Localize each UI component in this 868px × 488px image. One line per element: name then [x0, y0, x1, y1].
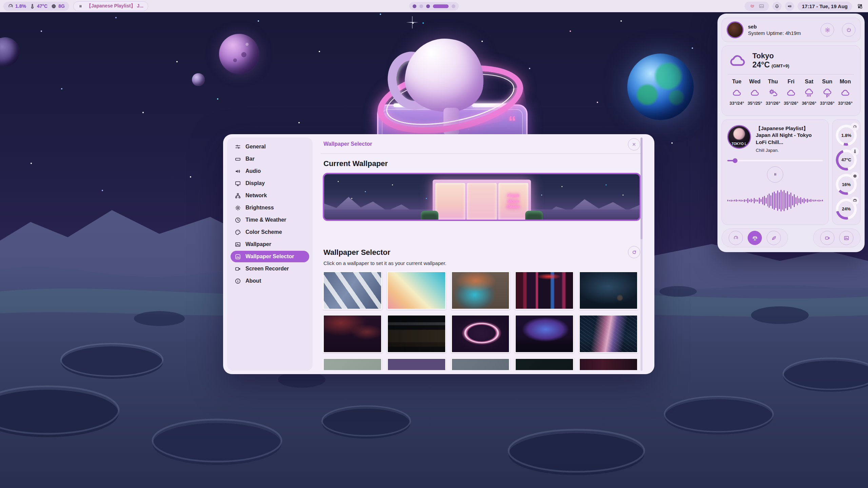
workspace-dot-3[interactable]: [426, 4, 430, 8]
system-stat: 47°C: [29, 3, 47, 9]
settings-sidebar: GeneralBarAudioDisplayNetworkBrightnessT…: [227, 138, 313, 371]
album-art: TOKYO L: [727, 125, 751, 149]
quote-mark: “: [508, 114, 516, 129]
sidebar-item-bar[interactable]: Bar: [231, 153, 309, 165]
gauge-icon: [853, 125, 857, 129]
sidebar-item-wallpaper[interactable]: Wallpaper: [231, 239, 309, 250]
play-pause-button[interactable]: [767, 166, 783, 183]
monitor-icon: [235, 180, 241, 187]
wallpaper-thumbnail-snowy-night-village[interactable]: [579, 271, 638, 310]
forecast-day-sun: Sun33°/26°: [818, 79, 836, 106]
media-title: 【Japanese Playlist】 J...: [86, 3, 143, 9]
system-stat: 1.8%: [8, 3, 26, 9]
wallpaper-thumbnail-anime-street-crossing[interactable]: [323, 271, 382, 310]
wallpaper-grid: [323, 271, 638, 370]
wallpaper-thumbnail-maroon-haze[interactable]: [579, 358, 638, 370]
sidebar-item-brightness[interactable]: Brightness: [231, 202, 309, 214]
storm-icon: [822, 88, 832, 98]
refresh-icon: [632, 250, 637, 255]
video-icon: [235, 266, 241, 272]
gauge-chip: 16%: [836, 174, 857, 195]
wallpaper-thumbnail-dark-teal[interactable]: [515, 358, 574, 370]
gauge-drive: 24%: [836, 199, 857, 220]
selector-description: Click on a wallpaper to set it as your c…: [323, 260, 447, 266]
quick-button-gauge[interactable]: [729, 231, 743, 245]
brightness-icon: [235, 205, 241, 211]
workspace-indicator[interactable]: [409, 2, 459, 11]
planter-left: [421, 211, 438, 220]
cloud-icon: [728, 51, 747, 70]
preview-stars: [324, 174, 325, 175]
power-button[interactable]: [842, 23, 855, 37]
sidebar-item-time-weather[interactable]: Time & Weather: [231, 214, 309, 226]
wallpaper-thumbnail-autumn-grove[interactable]: [387, 358, 446, 370]
cloud-icon: [732, 88, 742, 98]
shop-door: [467, 183, 497, 220]
track-title: 【Japanese Playlist】 Japan All Night - To…: [756, 125, 823, 146]
current-wallpaper-heading: Current Wallpaper: [323, 159, 388, 168]
quick-toggles-left: [722, 228, 788, 247]
clock[interactable]: 17:17 - Tue, 19 Aug: [797, 2, 852, 11]
chip-icon: [853, 174, 857, 178]
weather-forecast: Tue33°/24°Wed35°/25°Thu33°/26°Fri35°/26°…: [728, 79, 854, 106]
gauge-icon: [8, 3, 14, 9]
sidebar-item-display[interactable]: Display: [231, 178, 309, 189]
system-tray[interactable]: [745, 2, 769, 11]
shop-window-left: [435, 183, 465, 220]
media-pill[interactable]: 【Japanese Playlist】 J...: [73, 1, 148, 11]
workspace-dot-5[interactable]: [452, 4, 455, 8]
forecast-day-sat: Sat36°/26°: [800, 79, 818, 106]
info-icon: [235, 278, 241, 284]
sidebar-item-audio[interactable]: Audio: [231, 165, 309, 177]
quick-button-image[interactable]: [839, 231, 853, 245]
refresh-button[interactable]: [628, 246, 640, 258]
wallpaper-thumbnail-lofi-coffee-shop[interactable]: [387, 314, 446, 353]
workspace-dot-1[interactable]: [413, 4, 416, 8]
user-card: seb System Uptime: 4h19m: [722, 18, 861, 42]
seek-slider[interactable]: [727, 158, 823, 163]
weather-timezone: (GMT+9): [771, 63, 789, 68]
wallpaper-thumbnail-slate-gray[interactable]: [451, 358, 510, 370]
sidebar-item-about[interactable]: About: [231, 275, 309, 287]
dashboard-button[interactable]: [855, 2, 865, 11]
sidebar-item-color-scheme[interactable]: Color Scheme: [231, 226, 309, 238]
settings-button[interactable]: [821, 23, 834, 37]
bright-star: [412, 22, 413, 23]
image-icon: [844, 235, 849, 241]
wallpaper-thumbnail-misty-gray[interactable]: [323, 358, 382, 370]
image-icon: [235, 241, 241, 248]
wallpaper-thumbnail-particle-wave[interactable]: [579, 314, 638, 353]
workspace-dot-2[interactable]: [419, 4, 423, 8]
selector-heading: Wallpaper Selector: [323, 248, 390, 257]
quick-toggles-right: [813, 228, 861, 247]
wallpaper-thumbnail-pastel-gradient[interactable]: [387, 271, 446, 310]
sidebar-item-general[interactable]: General: [231, 141, 309, 152]
notifications-button[interactable]: [772, 2, 782, 11]
wallpaper-thumbnail-nebula-forest[interactable]: [515, 314, 574, 353]
chip-icon: [51, 3, 57, 9]
workspace-dot-4[interactable]: [433, 4, 449, 8]
small-planet: [192, 73, 205, 86]
wallpaper-thumbnail-blurred-aurora[interactable]: [451, 271, 510, 310]
volume-button[interactable]: [785, 2, 794, 11]
wallpaper-thumbnail-purple-eclipse-ring[interactable]: [451, 314, 510, 353]
current-wallpaper-preview[interactable]: Fresh Moon Beans: [323, 173, 641, 221]
sidebar-item-wallpaper-selector[interactable]: Wallpaper Selector: [231, 251, 309, 262]
quick-button-leaf[interactable]: [767, 231, 781, 245]
tray-app-icon[interactable]: [749, 3, 755, 9]
scrollbar-thumb[interactable]: [640, 138, 643, 239]
quick-button-scales[interactable]: [748, 231, 762, 245]
wallpaper-thumbnail-crimson-forest[interactable]: [323, 314, 382, 353]
close-button[interactable]: [628, 138, 640, 150]
wallpaper-thumbnail-neon-arcade-alley[interactable]: [515, 271, 574, 310]
seek-knob[interactable]: [733, 158, 737, 163]
tray-screenshot-icon[interactable]: [758, 3, 765, 9]
sidebar-item-screen-recorder[interactable]: Screen Recorder: [231, 263, 309, 274]
scrollbar[interactable]: [640, 138, 643, 371]
forecast-day-wed: Wed35°/25°: [746, 79, 764, 106]
quick-button-video[interactable]: [820, 231, 834, 245]
sidebar-item-network[interactable]: Network: [231, 190, 309, 201]
window-title: Wallpaper Selector: [323, 141, 372, 147]
media-player-card: TOKYO L 【Japanese Playlist】 Japan All Ni…: [722, 119, 829, 225]
preview-coffee-shop: Fresh Moon Beans: [433, 180, 531, 220]
